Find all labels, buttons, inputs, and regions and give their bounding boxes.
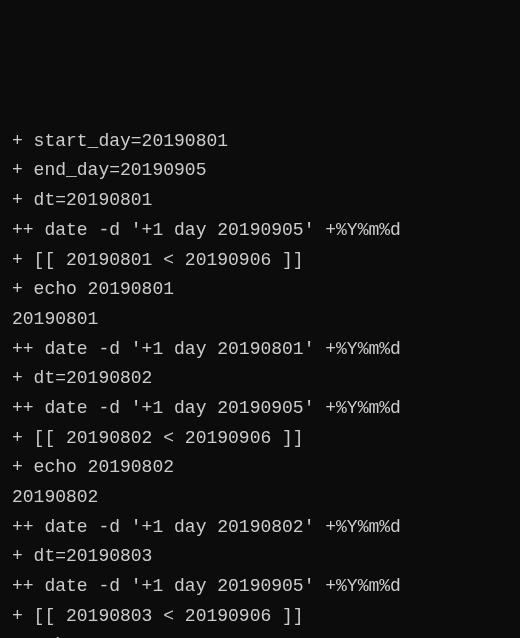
terminal-line: ++ date -d '+1 day 20190801' +%Y%m%d [12,335,508,365]
terminal-line: + echo 20190802 [12,453,508,483]
terminal-line: + dt=20190803 [12,542,508,572]
terminal-line: + end_day=20190905 [12,156,508,186]
terminal-line: ++ date -d '+1 day 20190905' +%Y%m%d [12,216,508,246]
terminal-line: ++ date -d '+1 day 20190802' +%Y%m%d [12,513,508,543]
terminal-line: + echo 20190803 [12,631,508,638]
terminal-line: + echo 20190801 [12,275,508,305]
terminal-line: + [[ 20190801 < 20190906 ]] [12,246,508,276]
terminal-output: + start_day=20190801+ end_day=20190905+ … [12,127,508,638]
terminal-line: ++ date -d '+1 day 20190905' +%Y%m%d [12,394,508,424]
terminal-line: ++ date -d '+1 day 20190905' +%Y%m%d [12,572,508,602]
terminal-line: 20190801 [12,305,508,335]
terminal-line: + start_day=20190801 [12,127,508,157]
terminal-line: 20190802 [12,483,508,513]
terminal-line: + [[ 20190803 < 20190906 ]] [12,602,508,632]
terminal-line: + dt=20190802 [12,364,508,394]
terminal-line: + [[ 20190802 < 20190906 ]] [12,424,508,454]
terminal-line: + dt=20190801 [12,186,508,216]
